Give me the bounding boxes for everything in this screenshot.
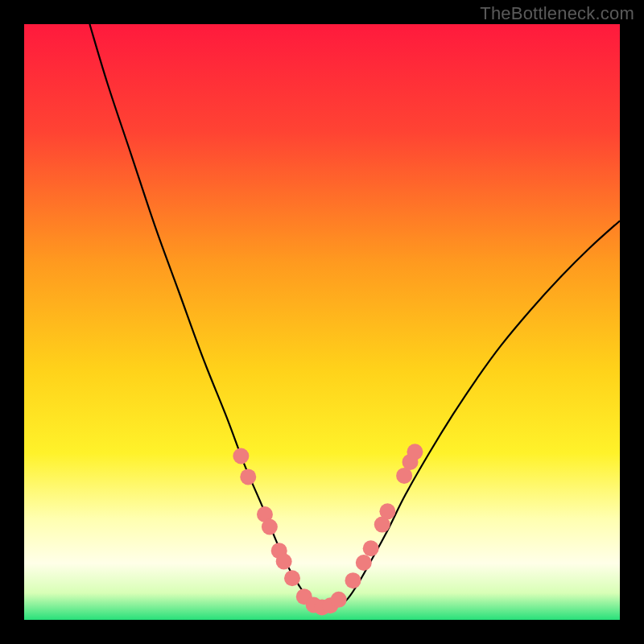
curve-marker <box>379 503 395 519</box>
curve-marker <box>284 570 300 586</box>
curve-marker <box>363 540 379 556</box>
curve-marker <box>407 444 423 460</box>
curve-marker <box>345 572 361 588</box>
curve-marker <box>240 469 256 485</box>
plot-area <box>24 24 620 620</box>
watermark-text: TheBottleneck.com <box>480 3 634 24</box>
chart-frame: TheBottleneck.com <box>0 0 644 644</box>
curve-marker <box>262 519 278 535</box>
chart-svg <box>24 24 620 620</box>
curve-marker <box>331 592 347 608</box>
curve-marker <box>276 553 292 569</box>
curve-marker <box>396 468 412 484</box>
curve-marker <box>356 555 372 571</box>
chart-background <box>24 24 620 620</box>
curve-marker <box>233 448 249 464</box>
